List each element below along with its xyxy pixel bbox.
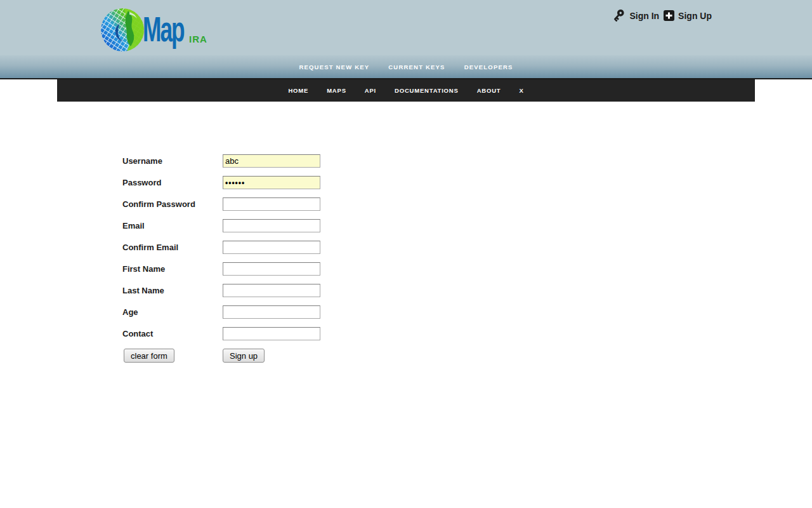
- nav-item-maps[interactable]: MAPS: [327, 87, 346, 94]
- email-label: Email: [122, 221, 223, 231]
- confirm-password-label: Confirm Password: [122, 199, 223, 209]
- sign-in-label: Sign In: [629, 11, 659, 21]
- auth-links: Sign In Sign Up: [611, 8, 712, 23]
- form-row-password: Password: [122, 176, 332, 189]
- nav-item-home[interactable]: HOME: [288, 87, 308, 94]
- logo-main-text: Map: [143, 9, 184, 50]
- subnav-item-developers[interactable]: DEVELOPERS: [464, 64, 513, 70]
- username-input[interactable]: [223, 154, 320, 168]
- last-name-label: Last Name: [122, 286, 223, 295]
- form-row-contact: Contact: [122, 327, 332, 340]
- form-row-email: Email: [122, 219, 332, 232]
- form-row-last-name: Last Name: [122, 284, 332, 297]
- sign-up-label: Sign Up: [678, 11, 712, 21]
- form-row-age: Age: [122, 305, 332, 319]
- form-row-confirm-password: Confirm Password: [122, 197, 332, 211]
- header: Map IRA Sign In: [0, 0, 812, 55]
- age-label: Age: [122, 307, 223, 317]
- nav-item-documentations[interactable]: DOCUMENTATIONS: [395, 87, 459, 94]
- username-label: Username: [122, 156, 223, 166]
- confirm-password-input[interactable]: [223, 197, 320, 211]
- contact-label: Contact: [122, 329, 223, 338]
- confirm-email-input[interactable]: [223, 241, 320, 254]
- first-name-label: First Name: [122, 264, 223, 274]
- sign-up-button[interactable]: Sign up: [223, 349, 265, 363]
- plus-icon: [664, 10, 674, 21]
- age-input[interactable]: [223, 305, 320, 319]
- contact-input[interactable]: [223, 327, 320, 340]
- signup-form: Username Password Confirm Password Email…: [122, 154, 332, 363]
- first-name-input[interactable]: [223, 262, 320, 276]
- password-input[interactable]: [223, 176, 320, 189]
- sign-in-link[interactable]: Sign In: [611, 8, 659, 23]
- confirm-email-label: Confirm Email: [122, 243, 223, 252]
- key-icon: [611, 8, 625, 23]
- main-nav-bar: HOME MAPS API DOCUMENTATIONS ABOUT X: [57, 79, 755, 102]
- subnav-item-current-keys[interactable]: CURRENT KEYS: [388, 64, 445, 70]
- form-row-first-name: First Name: [122, 262, 332, 276]
- logo-text: Map IRA: [143, 7, 207, 51]
- password-label: Password: [122, 178, 223, 187]
- subnav-item-request-new-key[interactable]: REQUEST NEW KEY: [299, 64, 369, 70]
- globe-icon: [100, 7, 145, 55]
- nav-item-api[interactable]: API: [365, 87, 376, 94]
- nav-item-x[interactable]: X: [519, 87, 523, 94]
- sign-up-link[interactable]: Sign Up: [664, 10, 712, 21]
- nav-item-about[interactable]: ABOUT: [477, 87, 501, 94]
- site-logo[interactable]: Map IRA: [100, 7, 207, 55]
- form-row-confirm-email: Confirm Email: [122, 241, 332, 254]
- subnav-bar: REQUEST NEW KEY CURRENT KEYS DEVELOPERS: [0, 55, 812, 79]
- clear-form-button[interactable]: clear form: [124, 349, 174, 363]
- clear-button-cell: clear form: [122, 349, 223, 363]
- email-input[interactable]: [223, 219, 320, 232]
- form-row-username: Username: [122, 154, 332, 168]
- logo-suffix-text: IRA: [189, 34, 207, 44]
- form-buttons-row: clear form Sign up: [122, 349, 332, 363]
- last-name-input[interactable]: [223, 284, 320, 297]
